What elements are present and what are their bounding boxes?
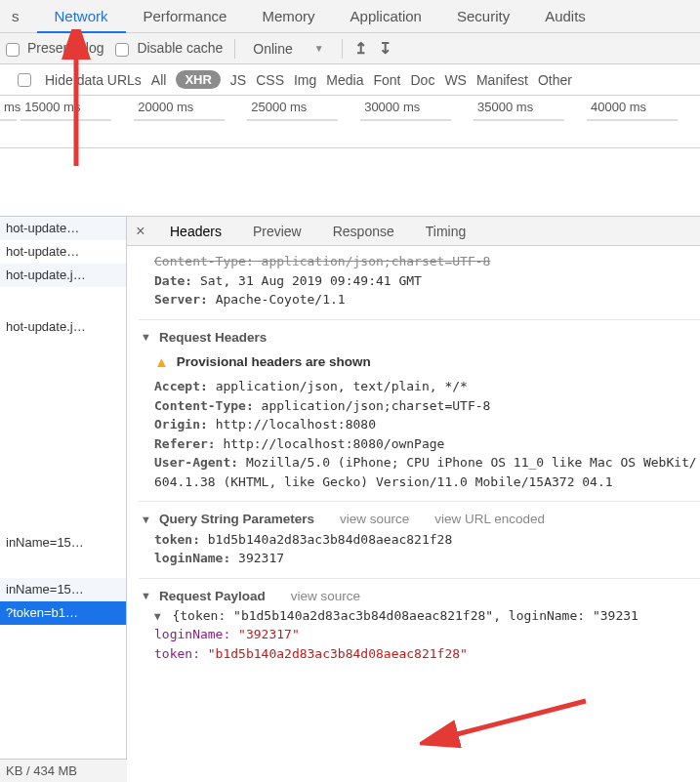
request-row-selected[interactable]: ?token=b1… bbox=[0, 601, 126, 625]
preserve-log-text: Preserve log bbox=[27, 40, 104, 56]
hdr-key: Date: bbox=[154, 273, 192, 288]
hdr-value: application/json;charset=UTF-8 bbox=[262, 398, 491, 413]
tab-performance[interactable]: Performance bbox=[126, 0, 245, 33]
view-source-link[interactable]: view source bbox=[340, 510, 409, 529]
upload-icon[interactable]: ↥ bbox=[354, 39, 367, 58]
detail-tab-headers[interactable]: Headers bbox=[154, 217, 237, 246]
preserve-log-label[interactable]: Preserve log bbox=[6, 40, 103, 56]
hdr-key: Content-Type: bbox=[154, 398, 254, 413]
hide-data-urls-checkbox[interactable] bbox=[18, 73, 31, 87]
headers-body: Content-Type: application/json;charset=U… bbox=[127, 246, 700, 761]
timeline-tick: ms bbox=[0, 100, 21, 114]
hdr-key: Origin: bbox=[154, 417, 208, 432]
hdr-key: Referer: bbox=[154, 436, 216, 451]
payload-value: "392317" bbox=[238, 627, 300, 641]
hdr-value: Sat, 31 Aug 2019 09:49:41 GMT bbox=[200, 273, 422, 288]
timeline-tick: 40000 ms bbox=[587, 100, 700, 114]
request-headers-section: ▼ Request Headers ▲ Provisional headers … bbox=[139, 319, 700, 492]
payload-key: token: bbox=[154, 646, 200, 661]
filter-js[interactable]: JS bbox=[230, 72, 246, 88]
warning-text: Provisional headers are shown bbox=[177, 352, 371, 372]
timeline-tick: 25000 ms bbox=[247, 100, 360, 114]
filter-manifest[interactable]: Manifest bbox=[476, 72, 528, 88]
filter-img[interactable]: Img bbox=[294, 72, 316, 88]
section-header[interactable]: ▼ Query String Parameters view source vi… bbox=[139, 510, 700, 529]
network-toolbar: Preserve log Disable cache Online ▼ ↥ ↧ bbox=[0, 33, 700, 64]
request-row[interactable]: hot-update.j… bbox=[0, 264, 126, 287]
timeline-ruler[interactable]: ms 15000 ms 20000 ms 25000 ms 30000 ms 3… bbox=[0, 96, 700, 148]
chevron-down-icon: ▼ bbox=[141, 329, 151, 346]
tab-network[interactable]: Network bbox=[37, 0, 126, 33]
chevron-down-icon: ▼ bbox=[314, 43, 324, 54]
throttle-value: Online bbox=[253, 41, 292, 57]
section-header[interactable]: ▼ Request Headers bbox=[139, 328, 700, 348]
tab-partial[interactable]: s bbox=[8, 0, 37, 33]
tab-security[interactable]: Security bbox=[439, 0, 527, 33]
request-row[interactable]: hot-update… bbox=[0, 240, 126, 264]
hdr-value: Apache-Coyote/1.1 bbox=[216, 292, 346, 307]
filter-other[interactable]: Other bbox=[538, 72, 572, 88]
timeline-tick: 15000 ms bbox=[21, 100, 134, 114]
tab-application[interactable]: Application bbox=[333, 0, 439, 33]
chevron-down-icon: ▼ bbox=[154, 610, 161, 623]
filter-doc[interactable]: Doc bbox=[410, 72, 434, 88]
chevron-down-icon: ▼ bbox=[141, 512, 151, 528]
response-header-cut: Content-Type: application/json;charset=U… bbox=[139, 252, 700, 271]
filter-bar: Hide data URLs All XHR JS CSS Img Media … bbox=[0, 64, 700, 96]
filter-css[interactable]: CSS bbox=[256, 72, 284, 88]
detail-tab-timing[interactable]: Timing bbox=[410, 217, 482, 246]
detail-tab-preview[interactable]: Preview bbox=[237, 217, 317, 246]
filter-all[interactable]: All bbox=[151, 72, 167, 88]
disable-cache-label[interactable]: Disable cache bbox=[115, 40, 223, 56]
disable-cache-checkbox[interactable] bbox=[115, 43, 129, 57]
request-row[interactable]: inName=15… bbox=[0, 531, 126, 555]
filter-ws[interactable]: WS bbox=[444, 72, 467, 88]
provisional-warning: ▲ Provisional headers are shown bbox=[139, 351, 700, 374]
hdr-key: token: bbox=[154, 532, 200, 547]
close-icon[interactable]: × bbox=[127, 223, 154, 240]
section-header[interactable]: ▼ Request Payload view source bbox=[139, 587, 700, 606]
download-icon[interactable]: ↧ bbox=[379, 39, 391, 58]
filter-media[interactable]: Media bbox=[326, 72, 363, 88]
view-source-link[interactable]: view source bbox=[291, 587, 360, 606]
timeline-tick: 35000 ms bbox=[474, 100, 587, 114]
qsp-login: loginName: 392317 bbox=[139, 549, 700, 568]
timeline-tick: 30000 ms bbox=[360, 100, 474, 114]
warning-icon: ▲ bbox=[154, 351, 169, 374]
req-header-user-agent: User-Agent: Mozilla/5.0 (iPhone; CPU iPh… bbox=[139, 453, 700, 491]
tab-memory[interactable]: Memory bbox=[244, 0, 332, 33]
payload-key: loginName: bbox=[154, 627, 230, 641]
filter-xhr[interactable]: XHR bbox=[176, 70, 220, 89]
timeline-overview[interactable] bbox=[0, 148, 700, 217]
request-detail: × Headers Preview Response Timing Conten… bbox=[127, 217, 700, 761]
main-split: hot-update… hot-update… hot-update.j… ho… bbox=[0, 217, 700, 761]
detail-tabs: × Headers Preview Response Timing bbox=[127, 217, 700, 246]
separator bbox=[234, 39, 235, 59]
payload-summary: {token: "b1d5b140a2d83ac3b84d08aeac821f2… bbox=[172, 608, 638, 623]
section-title: Request Headers bbox=[159, 328, 267, 348]
hdr-key: User-Agent: bbox=[154, 455, 238, 470]
tab-audits[interactable]: Audits bbox=[527, 0, 603, 33]
hdr-key: Server: bbox=[154, 292, 208, 307]
req-header-accept: Accept: application/json, text/plain, */… bbox=[139, 377, 700, 396]
disable-cache-text: Disable cache bbox=[137, 40, 223, 56]
devtools-tabbar: s Network Performance Memory Application… bbox=[0, 0, 700, 33]
request-row[interactable]: inName=15… bbox=[0, 578, 126, 601]
preserve-log-checkbox[interactable] bbox=[6, 43, 20, 57]
chevron-down-icon: ▼ bbox=[141, 588, 151, 604]
payload-login: loginName: "392317" bbox=[139, 625, 700, 644]
throttle-select[interactable]: Online ▼ bbox=[247, 41, 329, 57]
status-bar: KB / 434 MB bbox=[0, 759, 127, 782]
filter-font[interactable]: Font bbox=[373, 72, 400, 88]
detail-tab-response[interactable]: Response bbox=[317, 217, 410, 246]
request-row[interactable]: hot-update… bbox=[0, 217, 126, 240]
view-url-encoded-link[interactable]: view URL encoded bbox=[434, 510, 545, 529]
hdr-key: Accept: bbox=[154, 379, 208, 393]
req-header-referer: Referer: http://localhost:8080/ownPage bbox=[139, 434, 700, 454]
payload-value: "b1d5b140a2d83ac3b84d08aeac821f28" bbox=[208, 646, 468, 661]
separator bbox=[342, 39, 343, 59]
request-row[interactable]: hot-update.j… bbox=[0, 287, 126, 365]
status-text: KB / 434 MB bbox=[6, 763, 77, 778]
hdr-key: loginName: bbox=[154, 551, 230, 565]
response-header-server: Server: Apache-Coyote/1.1 bbox=[139, 290, 700, 309]
